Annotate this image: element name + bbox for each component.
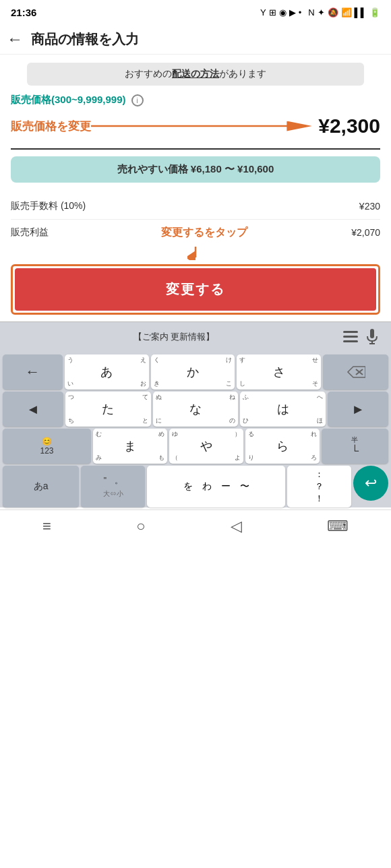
key-ma[interactable]: む ま み も め	[93, 429, 167, 464]
bottom-nav: ≡ ○ ◁ ⌨	[0, 509, 391, 542]
status-time: 21:36	[11, 7, 36, 18]
rec-banner: おすすめの配送の方法があります	[27, 63, 364, 86]
keyboard: ← う あ い お え く か き こ け す さ し そ せ	[0, 352, 391, 507]
profit-value: ¥2,070	[351, 227, 380, 238]
main-content: 販売価格(300~9,999,999) i 販売価格を変更 ¥2,300 売れや…	[0, 94, 391, 315]
key-backspace-left[interactable]: ←	[3, 354, 63, 390]
toolbar-menu-icon[interactable]	[340, 326, 361, 348]
key-a[interactable]: う あ い お え	[65, 354, 149, 390]
change-button[interactable]: 変更する	[15, 268, 376, 311]
nav-menu-icon[interactable]: ≡	[42, 518, 51, 535]
change-btn-wrapper: 変更する	[11, 264, 380, 315]
keyboard-row-1: ← う あ い お え く か き こ け す さ し そ せ	[0, 354, 391, 390]
key-sa[interactable]: す さ し そ せ	[237, 354, 321, 390]
change-annotation: 販売価格を変更	[11, 119, 91, 134]
key-enter[interactable]: ↩	[353, 466, 388, 501]
price-label: 販売価格(300~9,999,999)	[11, 94, 126, 106]
suggested-price: 売れやすい価格 ¥6,180 〜 ¥10,600	[11, 156, 380, 183]
key-ya[interactable]: ゆ や （ よ ）	[169, 429, 243, 464]
key-ha[interactable]: ふ は ひ ほ へ	[240, 392, 326, 427]
key-ka[interactable]: く か き こ け	[151, 354, 235, 390]
down-arrow-svg	[187, 247, 204, 260]
keyboard-row-2: ◄ つ た ち と て ぬ な に の ね ふ は ひ ほ へ ►	[0, 392, 391, 427]
key-aa[interactable]: あa	[3, 466, 79, 507]
toolbar-notice: 【ご案内 更新情報】	[8, 331, 340, 343]
key-delete[interactable]	[323, 354, 388, 390]
fee-value: ¥230	[359, 201, 380, 212]
svg-rect-4	[343, 340, 358, 342]
key-emoji-123[interactable]: 😊 123	[3, 429, 91, 464]
nav-home-icon[interactable]: ○	[136, 518, 145, 535]
svg-rect-5	[370, 329, 374, 338]
arrow-svg	[91, 116, 318, 136]
keyboard-toolbar: 【ご案内 更新情報】	[0, 321, 391, 352]
price-underline	[11, 148, 380, 150]
fee-row: 販売手数料 (10%) ¥230	[11, 193, 380, 220]
key-ta[interactable]: つ た ち と て	[65, 392, 151, 427]
key-punct-marks[interactable]: ： ？ ！	[287, 466, 351, 507]
key-hankaku[interactable]: 半 └	[322, 429, 388, 464]
keyboard-row-4: あa " 。 大⇔小 を わ ー 〜 ： ？ ！ ↩	[0, 466, 391, 507]
fee-label: 販売手数料 (10%)	[11, 200, 86, 212]
tap-arrow	[11, 247, 380, 260]
tap-annotation: 変更するをタップ	[161, 226, 247, 240]
key-right-arrow[interactable]: ►	[328, 392, 388, 427]
profit-row: 販売利益 変更するをタップ ¥2,070	[11, 220, 380, 245]
profit-label: 販売利益	[11, 226, 49, 239]
status-icons: Y ⊞ ◉ ▶ • N ✦ 🔕 📶 ▌▌ 🔋	[260, 7, 380, 18]
info-icon[interactable]: i	[131, 94, 144, 106]
back-button[interactable]: ←	[7, 30, 23, 49]
toolbar-mic-icon[interactable]	[361, 326, 383, 348]
svg-rect-2	[343, 331, 358, 333]
price-arrow-annotation: 販売価格を変更 ¥2,300	[11, 109, 380, 143]
key-wa[interactable]: を わ ー 〜	[147, 466, 284, 507]
page-header: ← 商品の情報を入力	[0, 24, 391, 55]
key-left-arrow[interactable]: ◄	[3, 392, 63, 427]
price-label-row: 販売価格(300~9,999,999) i	[11, 94, 380, 106]
status-bar: 21:36 Y ⊞ ◉ ▶ • N ✦ 🔕 📶 ▌▌ 🔋	[0, 0, 391, 24]
page-title: 商品の情報を入力	[31, 30, 139, 49]
key-na[interactable]: ぬ な に の ね	[153, 392, 239, 427]
keyboard-row-3: 😊 123 む ま み も め ゆ や （ よ ） る ら り ろ れ 半 └	[0, 429, 391, 464]
nav-back-icon[interactable]: ◁	[231, 518, 242, 535]
svg-rect-3	[343, 336, 358, 338]
key-ra[interactable]: る ら り ろ れ	[245, 429, 320, 464]
nav-keyboard-icon[interactable]: ⌨	[327, 518, 349, 535]
key-punct-small[interactable]: " 。 大⇔小	[81, 466, 145, 507]
price-display: ¥2,300	[318, 115, 380, 137]
